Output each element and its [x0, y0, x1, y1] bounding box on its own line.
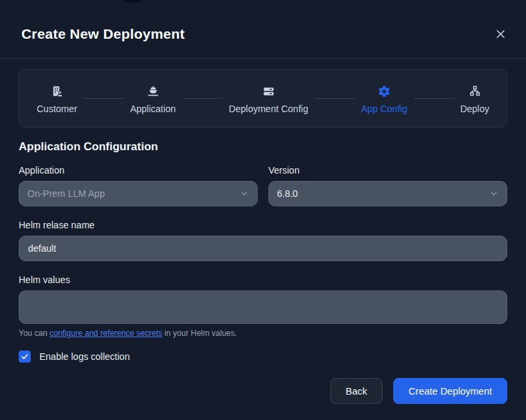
step-deployment-config[interactable]: Deployment Config [229, 69, 308, 127]
step-label: App Config [361, 103, 407, 114]
helm-release-field-group: Helm relase name [19, 220, 507, 261]
gear-icon [378, 85, 390, 97]
helm-values-label: Helm values [19, 274, 507, 285]
helm-values-textarea[interactable] [19, 290, 507, 324]
helm-values-helper: You can configure and reference secrets … [19, 329, 507, 338]
step-label: Deployment Config [229, 103, 308, 114]
server-icon [262, 85, 275, 97]
chevron-down-icon [240, 189, 249, 198]
back-button[interactable]: Back [330, 378, 382, 404]
application-field-group: Application On-Prem LLM App [19, 165, 258, 206]
step-label: Customer [37, 103, 77, 114]
application-select[interactable]: On-Prem LLM App [19, 181, 258, 206]
step-connector [414, 98, 454, 99]
section-title: Application Configuration [19, 140, 507, 154]
step-label: Deploy [460, 103, 489, 114]
modal-title: Create New Deployment [21, 26, 185, 42]
step-connector [182, 98, 222, 99]
check-icon [21, 353, 29, 361]
building-user-icon [51, 85, 63, 97]
version-label: Version [268, 165, 507, 176]
stepper: Customer Application [19, 69, 507, 128]
modal-header: Create New Deployment [0, 0, 526, 59]
create-deployment-button[interactable]: Create Deployment [393, 378, 507, 404]
step-deploy[interactable]: Deploy [460, 69, 489, 127]
helper-suffix: in your Helm values. [162, 329, 237, 338]
sitemap-icon [469, 85, 481, 97]
step-application[interactable]: Application [130, 69, 176, 127]
helm-release-input[interactable] [19, 236, 507, 261]
ship-icon [147, 85, 160, 97]
step-label: Application [130, 103, 176, 114]
helper-prefix: You can [19, 329, 49, 338]
helm-values-field-group: Helm values You can configure and refere… [19, 274, 507, 338]
logs-checkbox[interactable] [19, 351, 31, 363]
chevron-down-icon [489, 189, 499, 198]
version-field-group: Version 6.8.0 [268, 165, 507, 206]
close-button[interactable] [491, 25, 510, 43]
modal-footer: Back Create Deployment [19, 378, 507, 404]
application-label: Application [19, 165, 258, 176]
modal-body: Customer Application [0, 59, 526, 404]
step-connector [83, 98, 123, 99]
helm-release-label: Helm relase name [19, 220, 507, 230]
step-customer[interactable]: Customer [37, 69, 77, 127]
step-connector [314, 98, 354, 99]
logs-checkbox-label: Enable logs collection [39, 351, 129, 362]
version-select-value: 6.8.0 [277, 188, 298, 199]
logs-checkbox-row[interactable]: Enable logs collection [19, 351, 507, 363]
application-select-value: On-Prem LLM App [27, 188, 105, 199]
secrets-link[interactable]: configure and reference secrets [49, 329, 162, 338]
background-page-artifact [124, 0, 142, 3]
step-app-config[interactable]: App Config [361, 69, 407, 127]
version-select[interactable]: 6.8.0 [268, 181, 507, 206]
close-icon [495, 29, 506, 39]
